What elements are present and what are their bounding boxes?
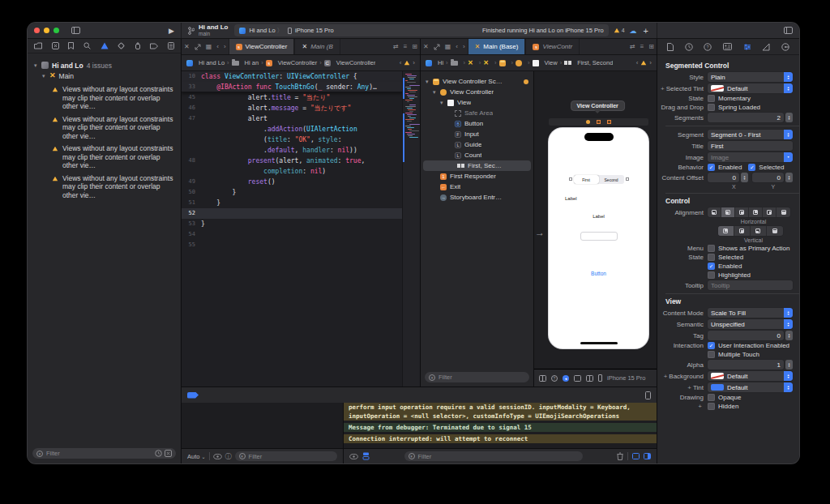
stepper-icon[interactable]: ▴▾ [785, 173, 793, 182]
breadcrumb-item[interactable]: View› [533, 59, 565, 66]
breadcrumb-item[interactable]: ✕› [468, 59, 483, 66]
outline-row[interactable]: First, Sec… [423, 160, 531, 171]
navigator-filter[interactable]: ▾ Filter [32, 448, 176, 459]
code-line[interactable]: 54 [182, 229, 402, 240]
debug-device-icon[interactable] [645, 391, 651, 399]
zoom-window-button[interactable] [53, 28, 59, 33]
code-line[interactable]: 47 alert [182, 113, 402, 124]
rotate-device-icon[interactable] [574, 375, 581, 382]
code-line[interactable]: 55 [182, 240, 402, 250]
selection-handle[interactable] [569, 177, 572, 181]
quicklook-eye-icon[interactable] [349, 454, 358, 459]
outline-row[interactable]: →Storyboard Entr… [421, 192, 533, 203]
toggle-outline-icon[interactable] [539, 375, 546, 382]
device-orientation-icon[interactable]: ? [551, 375, 558, 382]
breadcrumb-item[interactable]: Hi an› [232, 59, 266, 66]
run-destination-scheme[interactable]: Hi and Lo [249, 27, 275, 34]
code-line[interactable]: completion: nil) [182, 166, 402, 177]
outline-row[interactable]: BButton [421, 118, 533, 129]
close-window-button[interactable] [34, 28, 40, 33]
disclosure-icon[interactable]: ▾ [42, 73, 49, 79]
back-icon[interactable]: ‹ [214, 39, 221, 54]
vertical-alignment-control[interactable] [718, 226, 783, 236]
canvas-main[interactable]: View Controller → [534, 71, 657, 369]
issue-row[interactable]: Views without any layout constraints may… [52, 174, 174, 200]
semantic-popup[interactable]: Unspecified▴▾ [708, 319, 793, 329]
breadcrumb-item[interactable]: Hi› [426, 59, 451, 66]
file-inspector-icon[interactable] [667, 43, 674, 51]
code-line[interactable]: 45 alert.title = "当たり" [182, 92, 402, 103]
enlarge-icon[interactable] [431, 39, 443, 54]
stepper-icon[interactable]: ▴▾ [785, 360, 793, 369]
scheme-title[interactable]: Hi and Lo main [199, 24, 228, 37]
device-preview[interactable]: First Second Label Label Button [549, 128, 648, 348]
source-control-navigator-icon[interactable] [52, 42, 59, 49]
toggle-console-icon[interactable] [644, 453, 651, 459]
breadcrumb-item[interactable]: › [516, 59, 533, 66]
outline-row[interactable]: ▾ View [421, 97, 533, 108]
project-navigator-icon[interactable] [34, 42, 42, 49]
tooltip-field[interactable]: Tooltip [708, 280, 793, 290]
add-editor-icon[interactable]: ⊞ [409, 39, 420, 54]
tab-main-base[interactable]: ✕ Main (Base) [468, 39, 526, 54]
segmented-control[interactable]: First Second [574, 175, 624, 184]
outline-row[interactable]: ▾ View Controller [421, 87, 533, 97]
outline-row[interactable]: ▾ View Controller Sc… [421, 76, 533, 87]
alpha-field[interactable]: 1 [708, 360, 784, 369]
state-enabled-checkbox[interactable]: ✓ [708, 263, 715, 270]
editor-options-icon[interactable]: ▦ [443, 39, 454, 54]
report-navigator-icon[interactable] [168, 42, 174, 49]
multiple-touch-checkbox[interactable] [708, 351, 715, 358]
guide-label[interactable]: Label [565, 196, 577, 201]
enlarge-icon[interactable] [192, 39, 203, 54]
issue-row[interactable]: Views without any layout constraints may… [52, 144, 174, 170]
size-inspector-icon[interactable] [762, 43, 770, 51]
breadcrumb-item[interactable]: ✕› [483, 59, 498, 66]
scene-dock[interactable] [549, 118, 648, 126]
tint-popup[interactable]: Default▴▾ [708, 382, 793, 392]
tab-main-storyboard[interactable]: ✕ Main (B [294, 39, 340, 54]
stepper-icon[interactable]: ▴▾ [785, 113, 793, 122]
segment-popup[interactable]: Segment 0 - First▴▾ [708, 130, 793, 139]
issue-row[interactable]: Views without any layout constraints may… [52, 85, 174, 111]
segment-second[interactable]: Second [599, 175, 624, 184]
list-icon[interactable]: ≡ [638, 39, 647, 54]
state-highlighted-checkbox[interactable] [708, 271, 715, 279]
breadcrumb-item[interactable]: Hi and Lo› [186, 59, 232, 66]
tab-viewcontroller-swift[interactable]: s ViewContr [525, 39, 580, 54]
minimap-toggle-icon[interactable]: ≡ [401, 39, 410, 54]
bookmarks-navigator-icon[interactable] [68, 42, 74, 49]
debug-navigator-icon[interactable] [135, 42, 141, 49]
code-line[interactable]: .default, handler: nil)) [182, 145, 402, 156]
disclosure-icon[interactable]: ▾ [440, 100, 447, 106]
run-destination-device[interactable]: iPhone 15 Pro [295, 27, 334, 34]
issue-row[interactable]: Views without any layout constraints may… [52, 115, 174, 141]
code-line[interactable]: 52 [182, 208, 402, 219]
disclosure-icon[interactable]: ▾ [34, 62, 41, 69]
prev-issue-icon[interactable]: ‹ [636, 59, 639, 66]
segment-first[interactable]: First [574, 175, 599, 184]
view-controller-dot-icon[interactable] [586, 120, 590, 124]
toggle-inspector-icon[interactable] [784, 27, 793, 34]
segments-field[interactable]: 2 [708, 113, 784, 122]
code-line[interactable]: 51 } [182, 198, 402, 208]
code-line[interactable]: 50 } [182, 187, 402, 198]
spring-loaded-checkbox[interactable] [708, 104, 715, 111]
background-popup[interactable]: Default▴▾ [708, 371, 793, 381]
first-responder-dot-icon[interactable] [597, 120, 601, 124]
go-button[interactable]: Button [591, 271, 606, 276]
issue-navigator-icon[interactable] [101, 42, 109, 49]
breadcrumb-item[interactable]: › [499, 59, 516, 66]
variables-scope-popup[interactable]: Auto ⌄ [187, 453, 206, 460]
source-control-filter-icon[interactable] [165, 450, 172, 457]
minimize-window-button[interactable] [44, 28, 49, 33]
hidden-checkbox[interactable] [708, 403, 715, 410]
code-review-icon[interactable]: ⇄ [391, 39, 401, 54]
selected-tint-popup[interactable]: Default▴▾ [708, 83, 793, 93]
code-line[interactable]: 49 reset() [182, 177, 402, 187]
next-issue-icon[interactable]: › [413, 59, 415, 66]
next-issue-icon[interactable]: › [649, 59, 652, 66]
exit-dot-icon[interactable] [607, 120, 611, 124]
breadcrumb-item[interactable]: CViewController [324, 59, 376, 66]
source-editor[interactable]: 10 class ViewController: UIViewControlle… [182, 71, 420, 387]
